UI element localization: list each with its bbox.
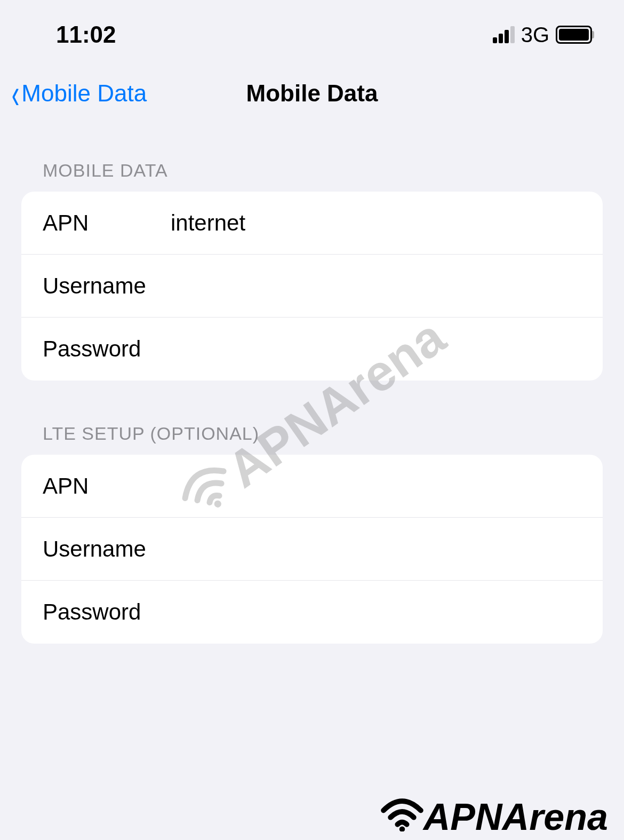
section-group-lte-setup: APN Username Password <box>21 455 603 644</box>
username-label: Username <box>43 273 171 299</box>
status-bar: 11:02 3G <box>0 0 624 64</box>
apn-value[interactable]: internet <box>171 210 581 236</box>
row-password[interactable]: Password <box>21 318 603 381</box>
row-apn[interactable]: APN internet <box>21 192 603 255</box>
row-lte-apn[interactable]: APN <box>21 455 603 518</box>
page-title: Mobile Data <box>246 80 378 107</box>
apn-label: APN <box>43 210 171 236</box>
section-header-lte-setup: LTE SETUP (OPTIONAL) <box>21 423 603 444</box>
section-header-mobile-data: MOBILE DATA <box>21 160 603 181</box>
content-area: MOBILE DATA APN internet Username Passwo… <box>0 128 624 644</box>
section-group-mobile-data: APN internet Username Password <box>21 192 603 381</box>
lte-username-label: Username <box>43 536 171 562</box>
lte-apn-label: APN <box>43 473 171 499</box>
status-time: 11:02 <box>56 21 116 48</box>
svg-point-1 <box>399 826 405 831</box>
chevron-left-icon: ‹ <box>12 69 20 117</box>
row-lte-password[interactable]: Password <box>21 581 603 644</box>
network-type: 3G <box>521 23 549 47</box>
navigation-bar: ‹ Mobile Data Mobile Data <box>0 64 624 128</box>
password-label: Password <box>43 336 171 362</box>
watermark-bottom-text: APNArena <box>423 796 608 838</box>
watermark-bottom: APNArena <box>378 794 608 840</box>
back-label: Mobile Data <box>21 80 147 107</box>
wifi-icon <box>378 794 426 840</box>
back-button[interactable]: ‹ Mobile Data <box>11 76 147 110</box>
lte-password-label: Password <box>43 599 171 625</box>
row-lte-username[interactable]: Username <box>21 518 603 581</box>
status-indicators: 3G <box>493 23 592 47</box>
battery-icon <box>556 26 592 44</box>
row-username[interactable]: Username <box>21 255 603 318</box>
signal-strength-icon <box>493 26 515 43</box>
